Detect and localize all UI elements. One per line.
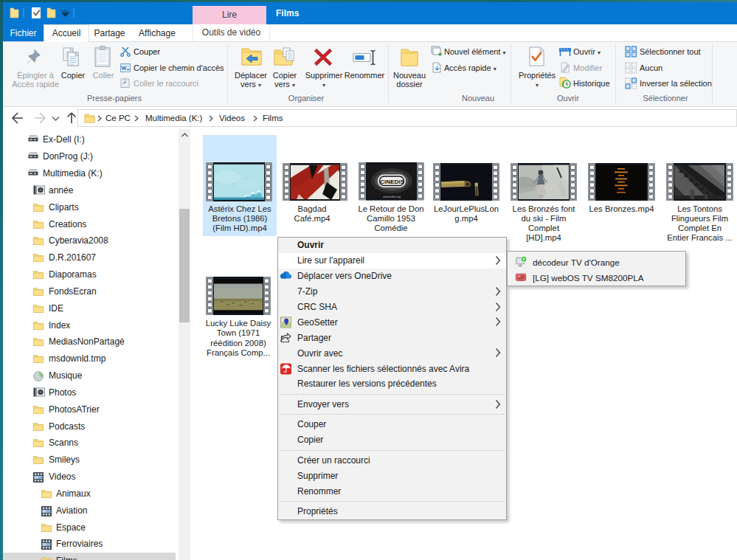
svg-text:www.lesfilms.org: www.lesfilms.org xyxy=(383,196,401,198)
svg-text:CiNEDiS: CiNEDiS xyxy=(380,179,404,185)
